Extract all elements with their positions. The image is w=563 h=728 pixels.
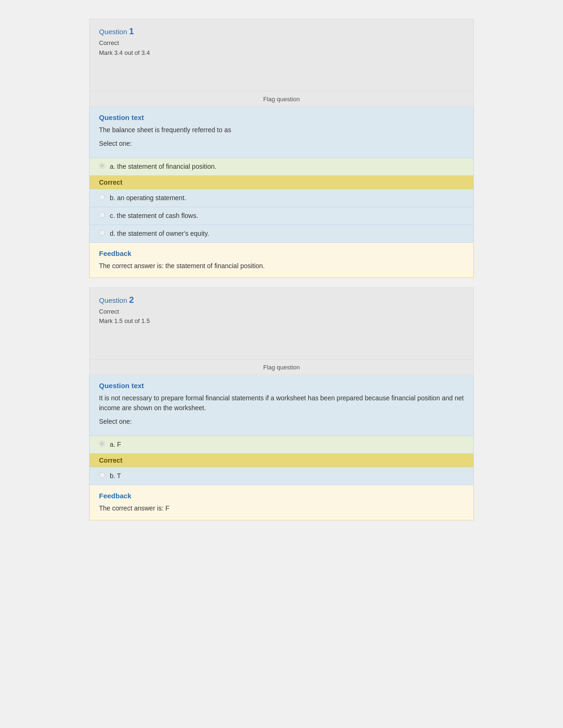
flag-question-link[interactable]: Flag question [263,364,300,371]
radio-q1c[interactable] [99,212,105,218]
question-q1-header: Question 1 Correct Mark 3.4 out of 3.4 [89,19,474,91]
feedback-heading-q1: Feedback [99,249,464,257]
answer-option-q1d[interactable]: d. the statement of owner's equity. [89,225,474,243]
question-body-text: The balance sheet is frequently referred… [99,125,464,135]
answer-option-q1b[interactable]: b. an operating statement. [89,189,474,207]
option-label-q1c: c. the statement of cash flows. [110,211,198,221]
option-label-q1b: b. an operating statement. [110,193,186,203]
question-number-label: Question 2 [99,295,464,305]
feedback-heading-q2: Feedback [99,492,464,500]
feedback-text-q2: The correct answer is: F [99,503,464,513]
radio-q2b[interactable] [99,472,105,478]
question-q2-flag-row: Flag question [89,360,474,375]
answer-option-q1a[interactable]: a. the statement of financial position. [89,158,474,176]
option-label-q2a: a. F [110,440,121,450]
question-status: Correct Mark 3.4 out of 3.4 [99,38,464,58]
radio-q2a[interactable] [99,441,105,447]
page-container: Question 1 Correct Mark 3.4 out of 3.4 F… [80,9,483,539]
question-text-heading: Question text [99,113,464,121]
question-text-heading: Question text [99,382,464,390]
option-label-q1a: a. the statement of financial position. [110,162,216,172]
feedback-answer-q1: the statement of financial position. [166,262,265,270]
question-q2-text-block: Question text It is not necessary to pre… [89,375,474,436]
question-q1-text-block: Question text The balance sheet is frequ… [89,107,474,158]
option-label-q2b: b. T [110,471,121,481]
radio-q1b[interactable] [99,194,105,200]
question-body-text: It is not necessary to prepare formal fi… [99,393,464,413]
correct-banner-q2: Correct [89,454,474,467]
answer-option-q2b[interactable]: b. T [89,467,474,485]
question-status: Correct Mark 1.5 out of 1.5 [99,307,464,327]
answer-option-q1c[interactable]: c. the statement of cash flows. [89,207,474,225]
question-number-label: Question 1 [99,27,464,37]
answer-option-q2a[interactable]: a. F [89,436,474,454]
feedback-answer-q2: F [166,504,170,512]
question-q2-header: Question 2 Correct Mark 1.5 out of 1.5 [89,287,474,360]
select-one-label: Select one: [99,140,464,147]
radio-q1d[interactable] [99,230,105,236]
feedback-block-q1: Feedback The correct answer is: the stat… [89,243,474,278]
correct-banner-q1: Correct [89,176,474,189]
question-q1-flag-row: Flag question [89,91,474,107]
feedback-block-q2: Feedback The correct answer is: F [89,485,474,520]
radio-q1a[interactable] [99,163,105,169]
flag-question-link[interactable]: Flag question [263,96,300,103]
feedback-text-q1: The correct answer is: the statement of … [99,261,464,271]
option-label-q1d: d. the statement of owner's equity. [110,229,209,239]
select-one-label: Select one: [99,418,464,425]
